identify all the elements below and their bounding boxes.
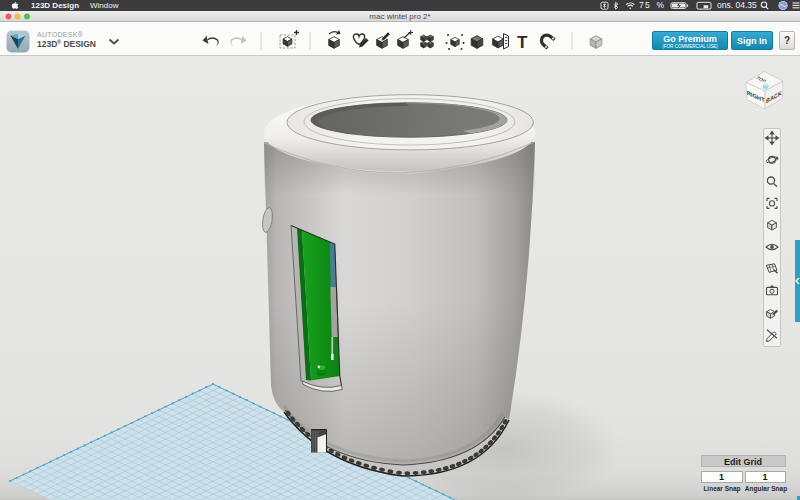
svg-text:T: T bbox=[517, 33, 528, 52]
